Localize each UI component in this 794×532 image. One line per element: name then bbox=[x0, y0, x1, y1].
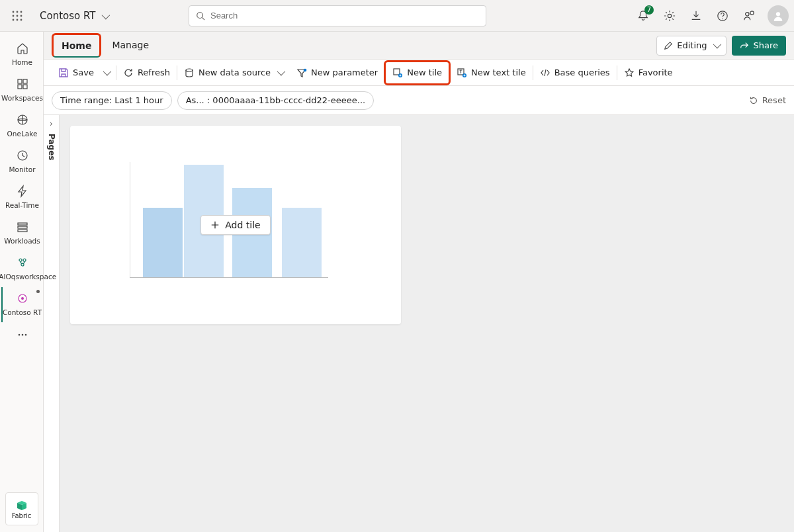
editing-mode-button[interactable]: Editing bbox=[656, 36, 727, 56]
refresh-button[interactable]: Refresh bbox=[116, 60, 177, 86]
chevron-right-icon: › bbox=[50, 119, 53, 128]
reset-button[interactable]: Reset bbox=[749, 95, 786, 105]
search-icon bbox=[196, 11, 205, 21]
notifications-button[interactable]: 7 bbox=[631, 4, 655, 28]
pencil-icon bbox=[664, 41, 673, 50]
workspace-name: Contoso RT bbox=[40, 10, 95, 22]
rail-onelake[interactable]: OneLake bbox=[1, 109, 42, 143]
svg-point-1 bbox=[17, 11, 19, 13]
svg-point-3 bbox=[13, 15, 15, 17]
svg-point-27 bbox=[23, 259, 26, 261]
app-launcher-icon[interactable] bbox=[5, 4, 29, 28]
asset-chip[interactable]: As... : 0000aaaa-11bb-cccc-dd22-eeeee... bbox=[177, 91, 375, 110]
feedback-button[interactable] bbox=[737, 4, 761, 28]
search-field[interactable] bbox=[210, 11, 479, 21]
svg-rect-25 bbox=[18, 230, 27, 232]
save-button[interactable]: Save bbox=[52, 60, 116, 86]
svg-point-14 bbox=[746, 12, 749, 15]
svg-point-7 bbox=[17, 19, 19, 21]
svg-point-0 bbox=[13, 11, 15, 13]
chevron-down-icon bbox=[711, 40, 719, 50]
svg-point-31 bbox=[18, 333, 20, 335]
workspace-switcher[interactable]: Contoso RT bbox=[34, 10, 113, 22]
rail-realtime[interactable]: Real-Time bbox=[1, 180, 42, 214]
favorite-button[interactable]: Favorite bbox=[617, 60, 680, 86]
fabric-switcher[interactable]: Fabric bbox=[5, 492, 38, 525]
svg-rect-20 bbox=[23, 85, 27, 89]
main: Home Manage Editing Share Sa bbox=[44, 32, 794, 532]
fabric-icon bbox=[15, 499, 28, 512]
new-data-source-button[interactable]: New data source bbox=[177, 60, 290, 86]
svg-rect-18 bbox=[23, 79, 27, 83]
settings-button[interactable] bbox=[658, 4, 682, 28]
search-input[interactable] bbox=[189, 5, 486, 26]
header: Contoso RT 7 bbox=[0, 0, 794, 32]
star-icon bbox=[624, 67, 635, 78]
refresh-icon bbox=[123, 67, 134, 78]
svg-point-4 bbox=[17, 15, 19, 17]
download-icon bbox=[690, 10, 702, 22]
svg-rect-24 bbox=[18, 226, 27, 228]
svg-point-16 bbox=[776, 12, 780, 16]
base-queries-button[interactable]: Base queries bbox=[533, 60, 617, 86]
new-tile-button[interactable]: New tile bbox=[384, 60, 451, 85]
svg-rect-36 bbox=[394, 69, 400, 75]
person-feedback-icon bbox=[743, 10, 755, 22]
svg-point-35 bbox=[304, 68, 307, 71]
svg-point-11 bbox=[668, 14, 671, 17]
svg-point-33 bbox=[24, 333, 26, 335]
add-tile-button[interactable]: Add tile bbox=[200, 215, 270, 235]
svg-point-6 bbox=[13, 19, 15, 21]
rail-home[interactable]: Home bbox=[1, 37, 42, 71]
tabs-row: Home Manage Editing Share bbox=[44, 32, 794, 60]
reset-icon bbox=[749, 96, 758, 105]
new-text-tile-button[interactable]: New text tile bbox=[450, 60, 533, 86]
svg-rect-19 bbox=[18, 85, 22, 89]
save-icon bbox=[58, 67, 69, 78]
share-icon bbox=[740, 41, 749, 50]
chevron-down-icon bbox=[99, 10, 108, 22]
person-icon bbox=[772, 10, 784, 22]
time-range-chip[interactable]: Time range: Last 1 hour bbox=[52, 91, 172, 110]
svg-point-32 bbox=[21, 333, 23, 335]
toolbar: Save Refresh New data source New paramet… bbox=[44, 60, 794, 86]
rail-more[interactable] bbox=[1, 324, 42, 350]
chevron-down-icon bbox=[101, 67, 109, 77]
svg-rect-23 bbox=[18, 223, 27, 225]
svg-point-5 bbox=[21, 15, 22, 17]
help-button[interactable] bbox=[711, 4, 734, 28]
pages-panel-toggle[interactable]: › Pages bbox=[44, 115, 60, 532]
rail-workspaces[interactable]: Workspaces bbox=[1, 73, 42, 107]
rail-myworkspace[interactable]: myAIOqsworkspace bbox=[1, 251, 42, 286]
database-icon bbox=[184, 67, 195, 78]
svg-point-26 bbox=[19, 259, 22, 261]
rail-workloads[interactable]: Workloads bbox=[1, 216, 42, 250]
svg-point-34 bbox=[186, 69, 193, 71]
tile-add-icon bbox=[392, 67, 403, 78]
rail-contoso-rt[interactable]: Contoso RT bbox=[1, 287, 42, 322]
unsaved-dot-icon bbox=[36, 290, 40, 293]
tab-manage[interactable]: Manage bbox=[104, 32, 157, 59]
download-button[interactable] bbox=[684, 4, 708, 28]
text-tile-icon bbox=[457, 67, 467, 78]
svg-point-8 bbox=[21, 19, 22, 21]
tab-home[interactable]: Home bbox=[52, 33, 101, 58]
rail-monitor[interactable]: Monitor bbox=[1, 144, 42, 179]
plus-icon bbox=[210, 220, 220, 230]
svg-line-10 bbox=[202, 17, 205, 20]
chevron-down-icon bbox=[275, 67, 283, 77]
nav-rail: Home Workspaces OneLake Monitor Real-Tim… bbox=[0, 32, 44, 532]
notification-badge: 7 bbox=[644, 5, 654, 15]
svg-point-13 bbox=[722, 18, 723, 19]
new-parameter-button[interactable]: New parameter bbox=[290, 60, 384, 86]
help-icon bbox=[717, 10, 728, 22]
svg-point-15 bbox=[750, 11, 754, 14]
svg-point-30 bbox=[21, 297, 24, 300]
code-icon bbox=[540, 67, 551, 78]
ellipsis-icon bbox=[16, 328, 29, 342]
avatar[interactable] bbox=[768, 5, 789, 26]
share-button[interactable]: Share bbox=[732, 36, 786, 56]
dashboard-tile[interactable]: Add tile bbox=[70, 126, 401, 324]
svg-point-2 bbox=[21, 11, 22, 13]
svg-point-9 bbox=[197, 12, 203, 18]
